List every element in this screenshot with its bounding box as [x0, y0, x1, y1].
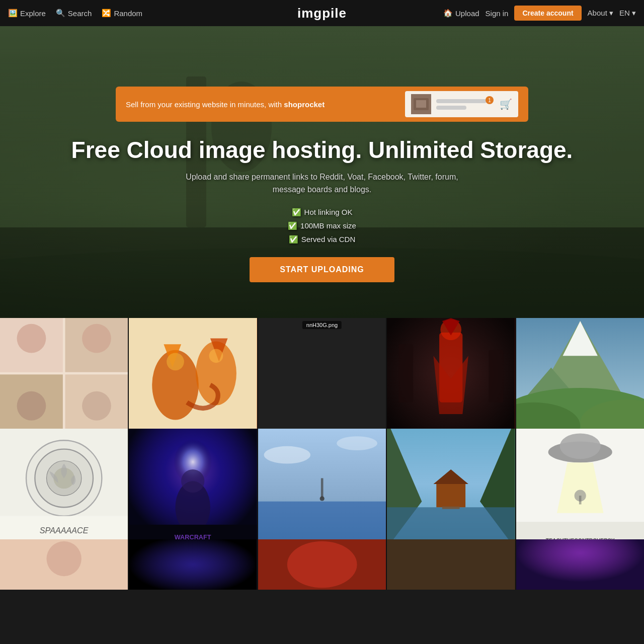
search-link[interactable]: 🔍 Search: [56, 9, 92, 18]
grid-item-1[interactable]: [0, 318, 128, 429]
search-icon: 🔍: [56, 9, 65, 18]
ad-thumbnail: [411, 94, 431, 114]
feature-size: ✅ 100MB max size: [71, 219, 573, 232]
ad-text: Sell from your existing website in minut…: [126, 100, 325, 109]
navbar: 🖼️ Explore 🔍 Search 🔀 Random imgpile 🏠 U…: [0, 0, 644, 26]
signin-label: Sign in: [486, 9, 509, 18]
nav-left: 🖼️ Explore 🔍 Search 🔀 Random: [8, 9, 142, 18]
partial-item-4[interactable]: [387, 539, 515, 590]
logo-area: imgpile: [297, 6, 347, 21]
hero-features: ✅ Hot linking OK ✅ 100MB max size ✅ Serv…: [71, 205, 573, 246]
explore-link[interactable]: 🖼️ Explore: [8, 9, 46, 18]
random-link[interactable]: 🔀 Random: [102, 9, 142, 18]
hero-content: Free Cloud image hosting. Unlimited Stor…: [61, 137, 583, 282]
feature-hotlink: ✅ Hot linking OK: [71, 205, 573, 219]
svg-point-83: [287, 541, 357, 588]
lang-selector[interactable]: EN ▾: [619, 9, 636, 18]
ad-cart-area: 1 🛒: [492, 98, 512, 110]
cart-icon: 🛒: [500, 98, 512, 110]
svg-rect-85: [387, 539, 515, 590]
hero-section: Sell from your existing website in minut…: [0, 26, 644, 318]
ad-brand: shoprocket: [284, 100, 325, 109]
image-grid-row-2: SPAAAAACE: [0, 429, 644, 539]
svg-rect-81: [129, 539, 257, 590]
image-grid-row-1: nnH30G.png: [0, 318, 644, 429]
image-grid-partial-row: [0, 539, 644, 590]
grid-item-8[interactable]: [258, 429, 386, 539]
about-label: About ▾: [588, 9, 613, 18]
grid-item-3[interactable]: nnH30G.png: [258, 318, 386, 429]
feature-3-text: Served via CDN: [301, 232, 356, 246]
feature-2-text: 100MB max size: [300, 219, 356, 232]
random-label: Random: [114, 9, 142, 18]
create-account-button[interactable]: Create account: [514, 6, 581, 21]
ad-banner[interactable]: Sell from your existing website in minut…: [116, 87, 528, 122]
ad-widget: 1 🛒: [405, 91, 518, 117]
grid-item-9[interactable]: [387, 429, 515, 539]
grid-item-7[interactable]: WARCRAFT: [129, 429, 257, 539]
upload-icon: 🏠: [443, 9, 453, 18]
explore-label: Explore: [20, 9, 46, 18]
check-icon-1: ✅: [292, 205, 301, 219]
lang-label: EN ▾: [619, 9, 636, 18]
ad-bar-1: [436, 99, 487, 103]
check-icon-2: ✅: [288, 219, 297, 232]
search-label: Search: [68, 9, 92, 18]
check-icon-3: ✅: [289, 232, 298, 246]
partial-item-5[interactable]: [516, 539, 644, 590]
ad-bar-2: [436, 106, 466, 110]
grid-item-10[interactable]: TEACHTHECONTROVERSY: [516, 429, 644, 539]
feature-cdn: ✅ Served via CDN: [71, 232, 573, 246]
grid-item-4[interactable]: [387, 318, 515, 429]
signin-link[interactable]: Sign in: [486, 9, 509, 18]
ad-badge: 1: [486, 96, 494, 104]
feature-1-text: Hot linking OK: [304, 205, 353, 219]
explore-icon: 🖼️: [8, 9, 18, 18]
svg-rect-87: [516, 539, 644, 590]
hero-title: Free Cloud image hosting. Unlimited Stor…: [71, 137, 573, 164]
random-icon: 🔀: [102, 9, 111, 18]
partial-item-2[interactable]: [129, 539, 257, 590]
site-logo[interactable]: imgpile: [297, 6, 347, 21]
start-uploading-button[interactable]: START UPLOADING: [250, 257, 394, 282]
grid-item-6[interactable]: SPAAAAACE: [0, 429, 128, 539]
upload-link[interactable]: 🏠 Upload: [443, 9, 479, 18]
grid-item-5[interactable]: [516, 318, 644, 429]
grid-item-2[interactable]: [129, 318, 257, 429]
svg-rect-7: [416, 100, 426, 108]
ad-bars: [436, 99, 487, 110]
partial-item-1[interactable]: [0, 539, 128, 590]
partial-item-3[interactable]: [258, 539, 386, 590]
hero-subtitle: Upload and share permanent links to Redd…: [71, 171, 573, 196]
nav-right: 🏠 Upload Sign in Create account About ▾ …: [443, 6, 636, 21]
svg-point-79: [47, 541, 82, 576]
upload-label: Upload: [455, 9, 479, 18]
about-link[interactable]: About ▾: [588, 9, 613, 18]
